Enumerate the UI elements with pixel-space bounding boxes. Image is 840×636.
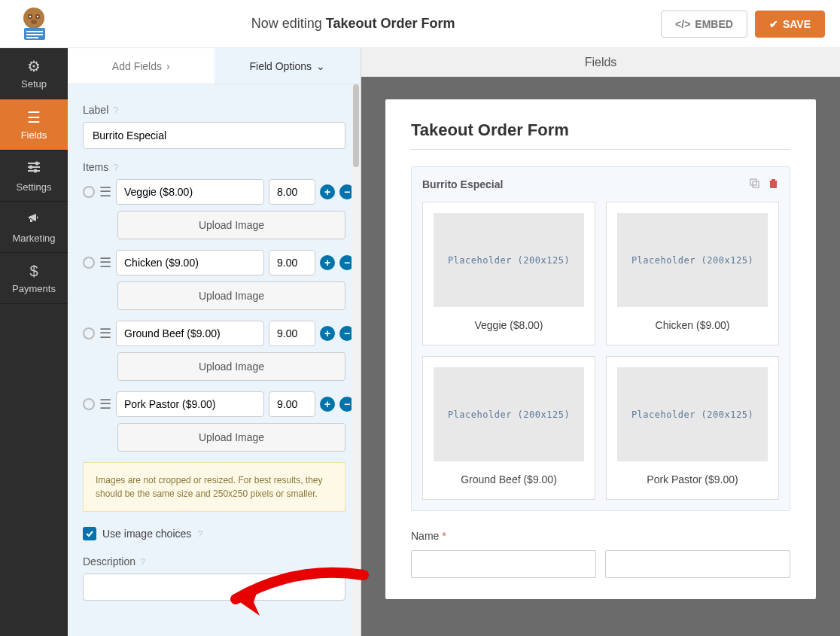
- image-placeholder: Placeholder (200x125): [434, 367, 584, 461]
- image-choice[interactable]: Placeholder (200x125) Chicken ($9.00): [606, 202, 779, 345]
- bullhorn-icon: [26, 211, 41, 230]
- drag-handle-icon[interactable]: ☰: [99, 325, 111, 342]
- svg-point-3: [29, 15, 32, 17]
- form-title: Takeout Order Form: [411, 120, 790, 140]
- image-choice[interactable]: Placeholder (200x125) Pork Pastor ($9.00…: [606, 356, 779, 500]
- use-image-choices-checkbox[interactable]: [83, 527, 96, 540]
- add-item-button[interactable]: +: [320, 255, 335, 270]
- nav-payments[interactable]: $Payments: [0, 253, 68, 304]
- nav-settings[interactable]: Settings: [0, 151, 68, 202]
- add-item-button[interactable]: +: [320, 326, 335, 341]
- svg-rect-8: [26, 34, 43, 35]
- description-heading: Description?: [83, 555, 345, 568]
- help-icon[interactable]: ?: [113, 105, 118, 116]
- choice-label: Chicken ($9.00): [656, 319, 730, 334]
- description-input[interactable]: [83, 574, 345, 601]
- field-preview[interactable]: Burrito Especial Placeholder (200x125) V…: [411, 166, 790, 511]
- last-name-input[interactable]: [605, 550, 790, 578]
- image-size-notice: Images are not cropped or resized. For b…: [83, 462, 345, 512]
- check-icon: ✔: [769, 18, 778, 30]
- image-placeholder: Placeholder (200x125): [434, 213, 584, 307]
- chevron-down-icon: ⌄: [316, 60, 325, 72]
- item-name-input[interactable]: [116, 250, 264, 275]
- item-default-radio[interactable]: [83, 186, 95, 198]
- svg-point-0: [23, 8, 44, 29]
- tab-field-options[interactable]: Field Options⌄: [215, 48, 361, 84]
- wpforms-logo: [15, 5, 53, 43]
- first-name-input[interactable]: [411, 550, 596, 578]
- nav-fields[interactable]: ☰Fields: [0, 99, 68, 151]
- item-default-radio[interactable]: [83, 257, 95, 269]
- preview-header: Fields: [361, 48, 840, 77]
- embed-button[interactable]: </>EMBED: [661, 11, 747, 38]
- drag-handle-icon[interactable]: ☰: [99, 184, 111, 200]
- label-input[interactable]: [83, 122, 345, 149]
- item-name-input[interactable]: [116, 321, 264, 346]
- duplicate-icon[interactable]: [749, 178, 760, 191]
- svg-point-15: [34, 169, 38, 172]
- item-price-input[interactable]: [269, 321, 315, 346]
- item-name-input[interactable]: [116, 179, 264, 205]
- image-placeholder: Placeholder (200x125): [617, 367, 768, 461]
- items-heading: Items?: [83, 161, 345, 173]
- tab-add-fields[interactable]: Add Fields›: [68, 48, 215, 84]
- upload-image-button[interactable]: Upload Image: [117, 281, 345, 310]
- add-item-button[interactable]: +: [320, 397, 335, 412]
- page-title: Now editing Takeout Order Form: [53, 16, 653, 32]
- svg-rect-16: [750, 179, 756, 185]
- list-icon: ☰: [27, 108, 41, 126]
- choice-label: Ground Beef ($9.00): [461, 473, 557, 488]
- image-placeholder: Placeholder (200x125): [617, 213, 768, 307]
- svg-point-4: [37, 15, 39, 17]
- svg-rect-7: [26, 31, 43, 32]
- use-image-choices-label: Use image choices: [102, 528, 191, 540]
- nav-setup[interactable]: ⚙Setup: [0, 48, 68, 99]
- svg-point-13: [35, 161, 39, 165]
- label-heading: Label?: [83, 104, 345, 116]
- choice-label: Pork Pastor ($9.00): [647, 473, 738, 488]
- gear-icon: ⚙: [27, 57, 41, 75]
- upload-image-button[interactable]: Upload Image: [117, 211, 345, 239]
- panel-scrollbar[interactable]: [352, 84, 361, 636]
- image-choice[interactable]: Placeholder (200x125) Ground Beef ($9.00…: [422, 356, 595, 500]
- svg-point-14: [29, 165, 33, 169]
- svg-rect-9: [26, 37, 38, 38]
- drag-handle-icon[interactable]: ☰: [99, 396, 111, 412]
- field-name: Burrito Especial: [422, 178, 503, 190]
- sliders-icon: [26, 160, 41, 178]
- code-icon: </>: [675, 18, 690, 30]
- name-field-label: Name *: [411, 530, 446, 542]
- chevron-right-icon: ›: [166, 60, 170, 72]
- item-name-input[interactable]: [116, 391, 264, 417]
- item-price-input[interactable]: [269, 179, 315, 205]
- help-icon[interactable]: ?: [113, 162, 118, 173]
- svg-rect-17: [753, 181, 759, 187]
- dollar-icon: $: [29, 263, 38, 280]
- save-button[interactable]: ✔SAVE: [755, 11, 825, 38]
- drag-handle-icon[interactable]: ☰: [99, 254, 111, 271]
- upload-image-button[interactable]: Upload Image: [117, 423, 345, 452]
- item-price-input[interactable]: [269, 391, 315, 417]
- add-item-button[interactable]: +: [320, 184, 335, 199]
- choice-label: Veggie ($8.00): [474, 319, 543, 334]
- svg-point-5: [31, 20, 37, 24]
- help-icon[interactable]: ?: [197, 528, 202, 540]
- item-default-radio[interactable]: [83, 327, 95, 339]
- image-choice[interactable]: Placeholder (200x125) Veggie ($8.00): [422, 202, 595, 345]
- nav-marketing[interactable]: Marketing: [0, 202, 68, 253]
- upload-image-button[interactable]: Upload Image: [117, 352, 345, 381]
- help-icon[interactable]: ?: [140, 556, 145, 568]
- item-default-radio[interactable]: [83, 398, 95, 410]
- item-price-input[interactable]: [269, 250, 315, 275]
- trash-icon[interactable]: [768, 178, 779, 191]
